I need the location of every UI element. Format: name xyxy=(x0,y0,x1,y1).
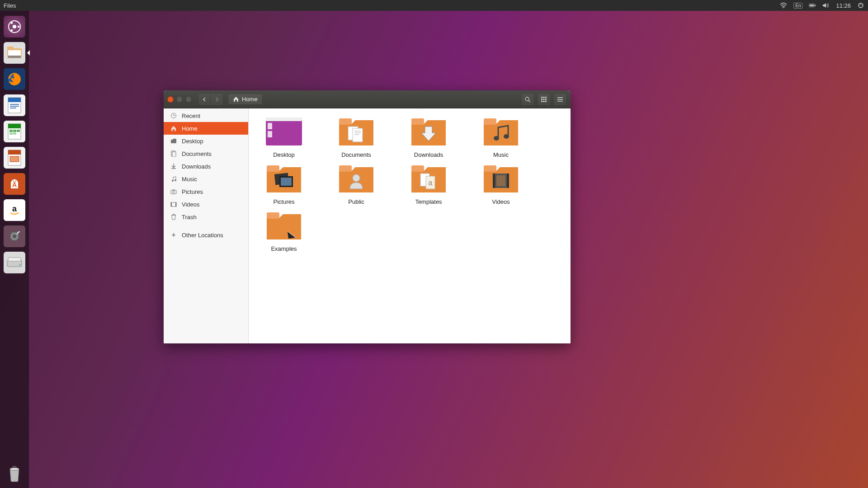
svg-rect-39 xyxy=(541,97,542,98)
launcher-disk[interactable] xyxy=(4,252,25,273)
sidebar-label: Documents xyxy=(182,150,212,157)
svg-point-71 xyxy=(494,136,499,141)
launcher-writer[interactable] xyxy=(4,94,25,116)
examples-folder-icon xyxy=(263,209,305,244)
svg-rect-49 xyxy=(557,99,563,100)
window-titlebar[interactable]: Home xyxy=(164,90,571,108)
svg-rect-22 xyxy=(9,130,13,132)
keyboard-layout-indicator[interactable]: En xyxy=(793,3,802,9)
files-content-grid[interactable]: Desktop Documents Downloads Music xyxy=(249,108,571,343)
clock-icon xyxy=(170,112,177,119)
svg-rect-44 xyxy=(545,99,547,100)
hamburger-menu-button[interactable] xyxy=(553,93,567,106)
download-icon xyxy=(170,163,177,170)
svg-point-54 xyxy=(172,180,174,182)
svg-point-38 xyxy=(525,97,529,101)
clock[interactable]: 11:26 xyxy=(836,2,851,9)
svg-rect-69 xyxy=(411,118,424,125)
svg-point-9 xyxy=(11,29,13,32)
svg-rect-19 xyxy=(10,108,16,108)
svg-rect-68 xyxy=(353,128,363,142)
svg-rect-48 xyxy=(557,97,563,98)
sidebar-item-desktop[interactable]: Desktop xyxy=(164,135,248,147)
sidebar-item-pictures[interactable]: Pictures xyxy=(164,185,248,198)
search-button[interactable] xyxy=(521,93,534,106)
sidebar-label: Music xyxy=(182,176,197,183)
svg-rect-46 xyxy=(543,101,545,102)
nav-back-button[interactable] xyxy=(198,93,211,106)
launcher-software[interactable]: A xyxy=(4,173,25,195)
folder-label: Music xyxy=(493,151,509,158)
folder-documents[interactable]: Documents xyxy=(329,115,383,158)
svg-rect-35 xyxy=(8,258,21,261)
svg-rect-70 xyxy=(484,118,496,125)
launcher-dash[interactable] xyxy=(4,16,25,38)
volume-icon[interactable] xyxy=(822,2,830,9)
svg-point-78 xyxy=(353,174,360,182)
svg-rect-64 xyxy=(268,123,272,129)
svg-point-36 xyxy=(19,264,21,266)
view-grid-button[interactable] xyxy=(537,93,551,106)
svg-rect-79 xyxy=(411,165,424,172)
sidebar-item-music[interactable]: Music xyxy=(164,173,248,185)
battery-icon[interactable] xyxy=(809,2,816,9)
folder-icon xyxy=(170,137,177,145)
pictures-folder-icon xyxy=(263,162,305,197)
folder-videos[interactable]: Videos xyxy=(474,162,528,205)
svg-rect-24 xyxy=(17,130,20,132)
folder-examples[interactable]: Examples xyxy=(257,209,311,252)
folder-public[interactable]: Public xyxy=(329,162,383,205)
sidebar-item-recent[interactable]: Recent xyxy=(164,109,248,122)
svg-point-6 xyxy=(13,25,16,28)
folder-label: Pictures xyxy=(274,198,295,205)
active-app-name[interactable]: Files xyxy=(4,2,16,9)
path-bar[interactable]: Home xyxy=(228,94,263,105)
trash-icon xyxy=(170,213,177,221)
launcher-trash[interactable] xyxy=(4,463,25,484)
window-minimize-button[interactable] xyxy=(176,96,183,103)
sidebar-item-other-locations[interactable]: Other Locations xyxy=(164,229,248,241)
launcher-firefox[interactable] xyxy=(4,68,25,90)
network-icon[interactable] xyxy=(780,2,787,9)
sidebar-item-documents[interactable]: Documents xyxy=(164,147,248,160)
power-icon[interactable] xyxy=(857,2,864,9)
sidebar-label: Trash xyxy=(182,214,197,221)
folder-pictures[interactable]: Pictures xyxy=(257,162,311,205)
svg-rect-28 xyxy=(8,150,21,155)
folder-desktop[interactable]: Desktop xyxy=(257,115,311,158)
launcher-files[interactable] xyxy=(4,42,25,64)
folder-music[interactable]: Music xyxy=(474,115,528,158)
folder-downloads[interactable]: Downloads xyxy=(401,115,456,158)
svg-rect-11 xyxy=(7,47,14,50)
svg-rect-26 xyxy=(13,132,16,135)
folder-label: Videos xyxy=(492,198,510,205)
svg-rect-83 xyxy=(484,165,496,172)
videos-folder-icon xyxy=(480,162,522,197)
window-close-button[interactable] xyxy=(167,96,174,103)
svg-rect-88 xyxy=(267,212,279,219)
launcher-impress[interactable] xyxy=(4,147,25,169)
svg-rect-47 xyxy=(545,101,547,102)
svg-rect-40 xyxy=(543,97,545,98)
svg-point-8 xyxy=(11,22,13,24)
unity-launcher: A a xyxy=(0,11,29,488)
launcher-settings[interactable] xyxy=(4,225,25,247)
svg-point-7 xyxy=(18,26,20,28)
nav-forward-button[interactable] xyxy=(211,93,223,106)
downloads-folder-icon xyxy=(408,115,449,150)
sidebar-item-downloads[interactable]: Downloads xyxy=(164,160,248,173)
sidebar-label: Other Locations xyxy=(182,232,223,239)
sidebar-item-trash[interactable]: Trash xyxy=(164,211,248,223)
sidebar-item-videos[interactable]: Videos xyxy=(164,198,248,211)
svg-rect-66 xyxy=(339,118,352,125)
folder-templates[interactable]: a Templates xyxy=(401,162,456,205)
sidebar-label: Recent xyxy=(182,113,200,119)
launcher-calc[interactable] xyxy=(4,121,25,142)
home-icon xyxy=(233,96,239,102)
svg-point-72 xyxy=(504,134,509,139)
svg-rect-57 xyxy=(173,189,175,190)
sidebar-item-home[interactable]: Home xyxy=(164,122,248,135)
window-maximize-button[interactable] xyxy=(185,96,192,103)
launcher-amazon[interactable]: a xyxy=(4,199,25,221)
folder-label: Templates xyxy=(415,198,442,205)
